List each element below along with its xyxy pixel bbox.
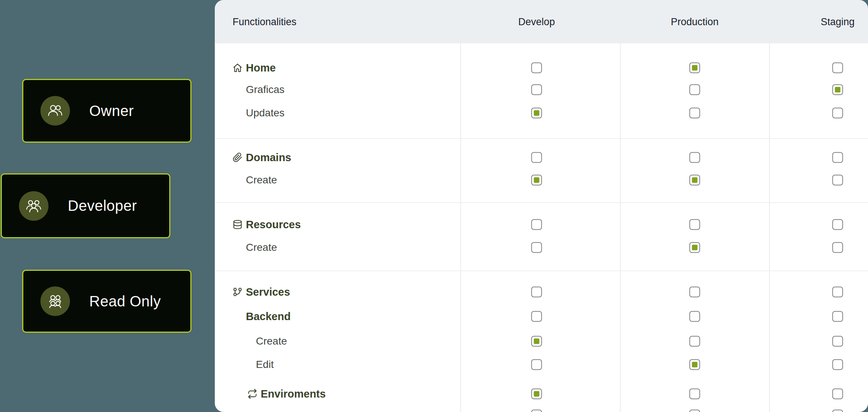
row-label-group: Updates <box>246 107 284 119</box>
staging-checkbox[interactable] <box>832 108 843 119</box>
permissions-panel: Functionalities Develop Production Stagi… <box>215 0 868 412</box>
row-label-group: Create <box>246 242 277 253</box>
group-divider <box>215 138 868 139</box>
row-label: Backend <box>246 310 291 323</box>
row-label-group: Domains <box>233 152 291 164</box>
row-label-group: Graficas <box>246 84 284 96</box>
row-label-group: Create <box>256 335 287 347</box>
avatar <box>40 286 70 316</box>
check-mark <box>534 391 540 397</box>
check-mark <box>534 110 540 116</box>
develop-checkbox[interactable] <box>531 359 542 370</box>
column-divider <box>460 43 461 412</box>
row-label: Graficas <box>246 84 284 96</box>
staging-checkbox[interactable] <box>832 152 843 163</box>
develop-checkbox[interactable] <box>531 410 542 412</box>
production-checkbox[interactable] <box>690 108 700 119</box>
staging-checkbox[interactable] <box>832 311 843 322</box>
row-label-group: Edit <box>256 359 274 371</box>
staging-checkbox[interactable] <box>832 63 843 73</box>
production-checkbox[interactable] <box>690 175 700 186</box>
row-label: Create <box>256 335 287 347</box>
staging-checkbox[interactable] <box>832 175 843 186</box>
branch-icon <box>233 287 243 297</box>
repeat-icon <box>247 389 257 399</box>
two-users-icon <box>47 102 64 119</box>
staging-checkbox[interactable] <box>832 84 843 95</box>
row-label: Services <box>246 286 290 298</box>
role-label: Owner <box>89 103 134 119</box>
production-checkbox[interactable] <box>690 242 700 253</box>
staging-checkbox[interactable] <box>832 336 843 347</box>
check-mark <box>534 339 540 344</box>
column-divider <box>620 43 621 412</box>
four-users-icon <box>47 293 64 310</box>
group-divider <box>215 270 868 271</box>
role-label: Read Only <box>89 293 161 310</box>
column-header-functionalities: Functionalities <box>233 16 297 27</box>
three-users-icon <box>25 197 42 215</box>
row-label-group: Resources <box>233 219 301 231</box>
row-label-group: Create <box>246 174 277 186</box>
row-label: Create <box>246 174 277 186</box>
row-label: Edit <box>256 359 274 371</box>
column-header-production: Production <box>671 16 718 27</box>
row-label: Home <box>246 62 276 74</box>
check-mark <box>692 245 698 250</box>
production-checkbox[interactable] <box>690 311 700 322</box>
row-label-group: Services <box>233 286 290 298</box>
develop-checkbox[interactable] <box>531 242 542 253</box>
production-checkbox[interactable] <box>690 84 700 95</box>
develop-checkbox[interactable] <box>531 287 542 298</box>
staging-checkbox[interactable] <box>832 287 843 298</box>
check-mark <box>534 177 540 183</box>
develop-checkbox[interactable] <box>531 84 542 95</box>
staging-checkbox[interactable] <box>832 410 843 412</box>
column-header-develop: Develop <box>518 16 555 27</box>
production-checkbox[interactable] <box>690 287 700 298</box>
develop-checkbox[interactable] <box>531 175 542 186</box>
avatar <box>19 191 49 221</box>
role-label: Developer <box>68 197 137 214</box>
staging-checkbox[interactable] <box>832 389 843 399</box>
row-label-group: Backend <box>246 310 291 323</box>
production-checkbox[interactable] <box>690 389 700 399</box>
column-header-staging: Staging <box>821 16 855 27</box>
production-checkbox[interactable] <box>690 63 700 73</box>
production-checkbox[interactable] <box>690 152 700 163</box>
row-label: Create <box>246 242 277 253</box>
production-checkbox[interactable] <box>690 410 700 412</box>
group-divider <box>215 202 868 203</box>
staging-checkbox[interactable] <box>832 242 843 253</box>
row-label-group: Enviroments <box>247 388 326 400</box>
production-checkbox[interactable] <box>690 219 700 230</box>
develop-checkbox[interactable] <box>531 311 542 322</box>
staging-checkbox[interactable] <box>832 219 843 230</box>
develop-checkbox[interactable] <box>531 389 542 399</box>
develop-checkbox[interactable] <box>531 108 542 119</box>
check-mark <box>692 65 698 71</box>
column-divider <box>769 43 770 412</box>
check-mark <box>692 362 698 368</box>
develop-checkbox[interactable] <box>531 63 542 73</box>
develop-checkbox[interactable] <box>531 336 542 347</box>
develop-checkbox[interactable] <box>531 219 542 230</box>
link-icon <box>233 153 243 163</box>
role-card-developer[interactable]: Developer <box>1 173 170 238</box>
check-mark <box>692 177 698 183</box>
production-checkbox[interactable] <box>690 336 700 347</box>
role-card-read-only[interactable]: Read Only <box>22 270 191 333</box>
production-checkbox[interactable] <box>690 359 700 370</box>
database-icon <box>233 220 243 230</box>
row-label: Domains <box>246 152 291 164</box>
row-label: Updates <box>246 107 284 119</box>
row-label: Enviroments <box>261 388 326 400</box>
row-label-group: Home <box>233 62 276 74</box>
develop-checkbox[interactable] <box>531 152 542 163</box>
staging-checkbox[interactable] <box>832 359 843 370</box>
row-label: Resources <box>246 219 301 231</box>
check-mark <box>835 87 841 93</box>
role-card-owner[interactable]: Owner <box>22 79 191 143</box>
avatar <box>40 96 70 126</box>
home-icon <box>233 63 243 73</box>
